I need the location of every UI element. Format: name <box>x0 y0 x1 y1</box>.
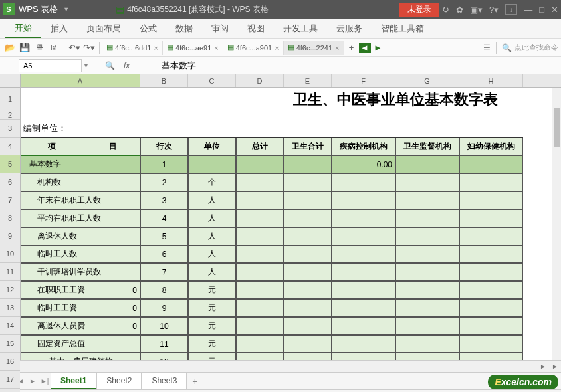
cell[interactable] <box>459 353 523 360</box>
cell[interactable] <box>395 110 459 120</box>
cell[interactable] <box>332 191 395 209</box>
cell[interactable] <box>332 110 395 120</box>
select-all-corner[interactable] <box>0 74 20 88</box>
cell[interactable] <box>395 353 459 360</box>
cell[interactable] <box>21 88 140 110</box>
cell[interactable]: 卫生合计 <box>284 138 332 155</box>
cell[interactable] <box>284 353 332 360</box>
cell[interactable]: 5 <box>140 227 188 245</box>
cell[interactable] <box>140 120 188 138</box>
maximize-icon[interactable]: □ <box>539 5 544 15</box>
col-header-D[interactable]: D <box>236 74 284 87</box>
row-header[interactable]: 1 <box>0 88 20 110</box>
cell[interactable]: 干训班培训学员数 <box>21 263 140 281</box>
cell[interactable] <box>459 191 523 209</box>
cell[interactable] <box>284 155 332 173</box>
col-header-G[interactable]: G <box>395 74 459 87</box>
cell[interactable]: 单位 <box>188 138 236 155</box>
cell[interactable] <box>284 227 332 245</box>
cell[interactable] <box>236 317 284 335</box>
cell[interactable]: 0.00 <box>332 155 395 173</box>
sheet-nav-next[interactable]: ► <box>27 377 39 385</box>
list-icon[interactable]: ☰ <box>483 43 491 52</box>
cell[interactable] <box>284 263 332 281</box>
cell[interactable] <box>395 335 459 353</box>
doc-tab[interactable]: ▤4f6c...a901× <box>223 41 284 55</box>
minimize-icon[interactable]: — <box>524 5 532 15</box>
cell[interactable] <box>236 191 284 209</box>
cell[interactable]: 12 <box>140 353 188 360</box>
cell[interactable]: 编制单位： <box>21 120 140 138</box>
cell[interactable]: 年末在职职工人数 <box>21 191 140 209</box>
col-header-C[interactable]: C <box>188 74 236 87</box>
print-preview-icon[interactable]: 🗎 <box>47 41 61 55</box>
fx-label[interactable]: fx <box>124 61 130 70</box>
row-header[interactable]: 11 <box>0 263 20 281</box>
cell[interactable]: 人 <box>188 245 236 263</box>
sync-icon[interactable]: ↻ <box>442 5 449 15</box>
cell[interactable] <box>395 281 459 299</box>
cell[interactable]: 4 <box>140 209 188 227</box>
cell[interactable] <box>284 245 332 263</box>
cell[interactable]: 人 <box>188 227 236 245</box>
cell[interactable]: 机构数 <box>21 173 140 191</box>
cell[interactable] <box>395 155 459 173</box>
cell[interactable]: 基本数字 <box>21 155 140 173</box>
cell[interactable]: 2 <box>140 173 188 191</box>
menu-云服务[interactable]: 云服务 <box>327 19 372 38</box>
row-header[interactable]: 13 <box>0 299 20 317</box>
formula-input[interactable]: 基本数字 <box>135 60 561 72</box>
horizontal-scrollbar[interactable]: ◄ ◄ ► ► <box>0 360 561 372</box>
row-header[interactable]: 15 <box>0 335 20 353</box>
cell[interactable] <box>395 191 459 209</box>
col-header-H[interactable]: H <box>459 74 523 87</box>
cell[interactable]: 6 <box>140 245 188 263</box>
skin-icon[interactable]: ▣▾ <box>470 5 483 15</box>
cell[interactable]: 妇幼保健机构 <box>459 138 523 155</box>
close-tab-icon[interactable]: × <box>214 44 218 52</box>
cell[interactable]: 9 <box>140 299 188 317</box>
sheet-nav-last[interactable]: ►| <box>39 377 51 385</box>
cell[interactable] <box>332 120 395 138</box>
cell[interactable] <box>284 173 332 191</box>
cell[interactable] <box>332 353 395 360</box>
nav-next-button[interactable]: ► <box>371 41 386 55</box>
cell[interactable]: 离退休人数 <box>21 227 140 245</box>
undo-icon[interactable]: ↶▾ <box>67 41 82 55</box>
cell[interactable] <box>395 299 459 317</box>
cell[interactable] <box>140 110 188 120</box>
cell[interactable] <box>459 299 523 317</box>
cell[interactable] <box>459 209 523 227</box>
cell[interactable] <box>284 191 332 209</box>
cell[interactable]: 7 <box>140 263 188 281</box>
cell[interactable] <box>188 155 236 173</box>
cell[interactable]: 人 <box>188 263 236 281</box>
cell[interactable] <box>236 88 284 110</box>
row-header[interactable]: 6 <box>0 173 20 191</box>
nav-prev-button[interactable]: ◄ <box>359 43 371 53</box>
row-header[interactable]: 2 <box>0 110 20 120</box>
cell[interactable] <box>459 110 523 120</box>
cell[interactable] <box>140 88 188 110</box>
cell[interactable] <box>395 317 459 335</box>
sheet-tab-Sheet3[interactable]: Sheet3 <box>142 373 187 389</box>
formula-wizard-icon[interactable]: 🔍 <box>102 61 118 70</box>
name-box[interactable]: A5 <box>19 59 82 72</box>
cell[interactable] <box>236 227 284 245</box>
cell[interactable] <box>284 120 332 138</box>
add-sheet-button[interactable]: + <box>187 376 203 387</box>
menu-数据[interactable]: 数据 <box>166 19 202 38</box>
cell[interactable] <box>284 299 332 317</box>
cell[interactable] <box>459 317 523 335</box>
col-header-F[interactable]: F <box>332 74 395 87</box>
cell[interactable]: 其中：房屋建筑物 <box>21 353 140 360</box>
cell[interactable]: 元 <box>188 317 236 335</box>
cell[interactable]: 临时工工资0 <box>21 299 140 317</box>
menu-视图[interactable]: 视图 <box>238 19 274 38</box>
row-header[interactable]: 5 <box>0 155 20 173</box>
col-header-A[interactable]: A <box>21 74 140 87</box>
help-icon[interactable]: ?▾ <box>489 5 499 15</box>
cell[interactable] <box>236 245 284 263</box>
cell[interactable] <box>332 227 395 245</box>
close-tab-icon[interactable]: × <box>335 44 339 52</box>
